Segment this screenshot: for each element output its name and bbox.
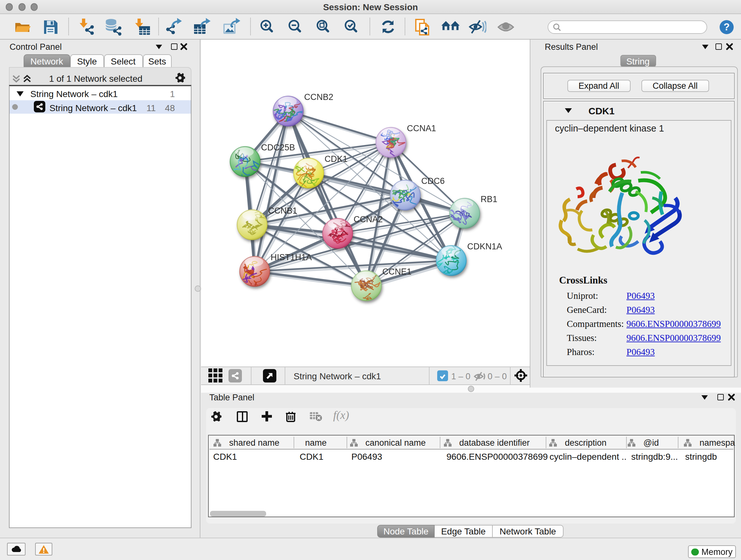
svg-text:?: ? <box>724 21 730 32</box>
svg-text:CDKN1A: CDKN1A <box>467 242 502 251</box>
svg-text:HIST1H1A: HIST1H1A <box>270 253 312 262</box>
svg-text:CDC6: CDC6 <box>421 176 445 186</box>
svg-text:CDC25B: CDC25B <box>261 143 295 152</box>
svg-text:CCNB1: CCNB1 <box>268 206 297 215</box>
svg-text:CDK1: CDK1 <box>324 154 347 164</box>
svg-text:CCNE1: CCNE1 <box>382 267 411 276</box>
svg-text:CCNA1: CCNA1 <box>407 124 436 133</box>
svg-text:RB1: RB1 <box>480 194 497 204</box>
svg-text:CCNA2: CCNA2 <box>353 214 383 224</box>
svg-text:CCNB2: CCNB2 <box>304 92 333 102</box>
